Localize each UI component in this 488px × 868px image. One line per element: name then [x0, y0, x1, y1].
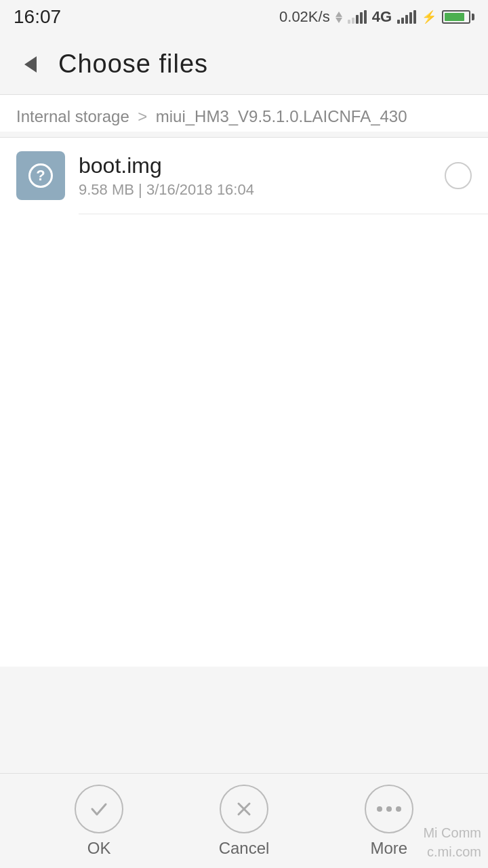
file-info: boot.img 9.58 MB | 3/16/2018 16:04 — [79, 153, 445, 199]
more-button[interactable]: More — [365, 785, 413, 858]
checkmark-icon — [89, 799, 109, 819]
status-time: 16:07 — [14, 6, 61, 28]
breadcrumb-separator-icon: > — [138, 107, 147, 125]
file-meta-separator: | — [138, 181, 146, 198]
ok-button-circle — [75, 785, 123, 833]
cancel-button-circle — [220, 785, 268, 833]
signal-bars-icon — [348, 10, 367, 24]
file-date: 3/16/2018 16:04 — [146, 181, 254, 198]
cancel-button[interactable]: Cancel — [219, 785, 270, 858]
bottom-action-bar: OK Cancel More — [0, 773, 488, 868]
watermark-line1: Mi Comm — [423, 823, 481, 842]
page-title: Choose files — [58, 50, 208, 79]
file-item-divider — [79, 214, 488, 214]
file-list: ? boot.img 9.58 MB | 3/16/2018 16:04 — [0, 138, 488, 667]
back-button[interactable] — [14, 47, 47, 81]
data-transfer-icon — [336, 12, 342, 23]
svg-point-4 — [396, 806, 401, 812]
file-select-radio[interactable] — [445, 162, 472, 189]
ok-label: OK — [87, 839, 111, 858]
breadcrumb: Internal storage > miui_HM3_V9.5.1.0.LAI… — [0, 95, 488, 132]
ok-button[interactable]: OK — [75, 785, 123, 858]
charging-icon: ⚡ — [422, 9, 436, 24]
file-question-icon: ? — [28, 163, 53, 188]
signal-bars2-icon — [397, 10, 416, 24]
battery-icon — [442, 10, 474, 24]
close-icon — [234, 799, 254, 819]
back-icon — [24, 56, 37, 73]
svg-point-3 — [386, 806, 392, 812]
file-name: boot.img — [79, 153, 445, 178]
network-speed: 0.02K/s — [279, 8, 330, 26]
network-type-label: 4G — [372, 8, 392, 26]
svg-point-2 — [377, 806, 382, 812]
file-item[interactable]: ? boot.img 9.58 MB | 3/16/2018 16:04 — [0, 138, 488, 214]
breadcrumb-root: Internal storage — [16, 107, 129, 125]
file-size: 9.58 MB — [79, 181, 134, 198]
app-bar: Choose files — [0, 34, 488, 95]
cancel-label: Cancel — [219, 839, 270, 858]
more-label: More — [370, 839, 407, 858]
status-right: 0.02K/s 4G ⚡ — [279, 8, 474, 26]
watermark: Mi Comm c.mi.com — [423, 823, 481, 861]
file-meta: 9.58 MB | 3/16/2018 16:04 — [79, 181, 445, 199]
more-dots-icon — [377, 805, 401, 813]
breadcrumb-path: miui_HM3_V9.5.1.0.LAICNFA_430 — [156, 107, 407, 125]
watermark-line2: c.mi.com — [423, 842, 481, 861]
status-bar: 16:07 0.02K/s 4G ⚡ — [0, 0, 488, 34]
more-button-circle — [365, 785, 413, 833]
file-type-icon: ? — [16, 151, 65, 200]
